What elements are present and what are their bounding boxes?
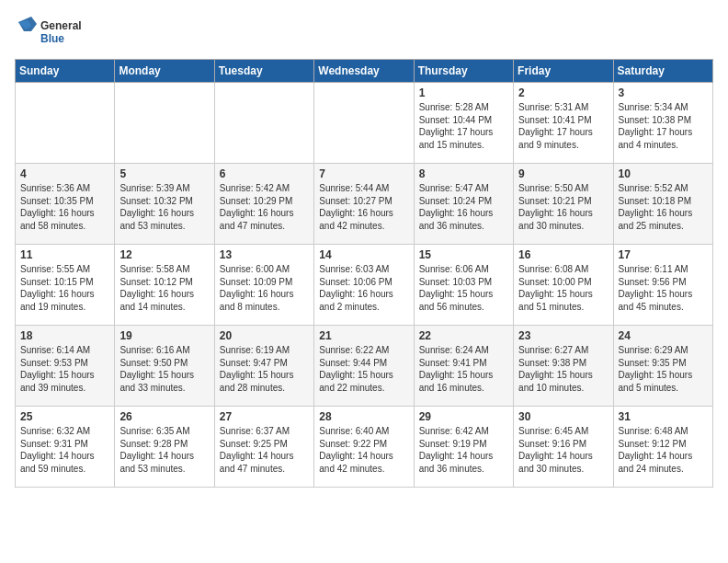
calendar-cell: 22Sunrise: 6:24 AMSunset: 9:41 PMDayligh… (414, 326, 513, 407)
calendar-cell: 23Sunrise: 6:27 AMSunset: 9:38 PMDayligh… (514, 326, 613, 407)
day-number: 8 (419, 167, 508, 180)
day-info: Sunrise: 6:48 AMSunset: 9:12 PMDaylight:… (619, 425, 708, 475)
day-info: Sunrise: 5:28 AMSunset: 10:44 PMDaylight… (419, 101, 508, 151)
day-info: Sunrise: 6:03 AMSunset: 10:06 PMDaylight… (319, 263, 408, 313)
weekday-header: Friday (514, 60, 613, 83)
day-number: 11 (20, 248, 109, 261)
weekday-header: Wednesday (314, 60, 414, 83)
calendar-cell: 3Sunrise: 5:34 AMSunset: 10:38 PMDayligh… (613, 83, 712, 164)
logo-svg: General Blue (15, 15, 97, 48)
calendar-cell: 18Sunrise: 6:14 AMSunset: 9:53 PMDayligh… (16, 326, 115, 407)
day-info: Sunrise: 5:31 AMSunset: 10:41 PMDaylight… (518, 101, 608, 151)
calendar-cell: 25Sunrise: 6:32 AMSunset: 9:31 PMDayligh… (16, 407, 115, 488)
page-header: General Blue (15, 15, 713, 48)
day-info: Sunrise: 5:34 AMSunset: 10:38 PMDaylight… (619, 101, 708, 151)
day-info: Sunrise: 5:58 AMSunset: 10:12 PMDaylight… (119, 263, 209, 313)
calendar-cell: 2Sunrise: 5:31 AMSunset: 10:41 PMDayligh… (514, 83, 613, 164)
day-info: Sunrise: 6:08 AMSunset: 10:00 PMDaylight… (518, 263, 608, 313)
calendar-week-row: 1Sunrise: 5:28 AMSunset: 10:44 PMDayligh… (16, 83, 713, 164)
calendar-week-row: 4Sunrise: 5:36 AMSunset: 10:35 PMDayligh… (16, 164, 713, 245)
calendar-week-row: 11Sunrise: 5:55 AMSunset: 10:15 PMDaylig… (16, 245, 713, 326)
day-number: 30 (518, 410, 608, 423)
calendar-cell: 8Sunrise: 5:47 AMSunset: 10:24 PMDayligh… (414, 164, 513, 245)
day-info: Sunrise: 6:32 AMSunset: 9:31 PMDaylight:… (20, 425, 109, 475)
calendar-cell: 17Sunrise: 6:11 AMSunset: 9:56 PMDayligh… (613, 245, 712, 326)
calendar-cell: 27Sunrise: 6:37 AMSunset: 9:25 PMDayligh… (214, 407, 313, 488)
day-number: 3 (619, 86, 708, 99)
calendar-cell: 13Sunrise: 6:00 AMSunset: 10:09 PMDaylig… (214, 245, 313, 326)
day-info: Sunrise: 6:42 AMSunset: 9:19 PMDaylight:… (419, 425, 508, 475)
day-number: 25 (20, 410, 109, 423)
day-number: 4 (20, 167, 109, 180)
calendar-table: SundayMondayTuesdayWednesdayThursdayFrid… (15, 59, 713, 488)
day-number: 2 (518, 86, 608, 99)
calendar-cell: 14Sunrise: 6:03 AMSunset: 10:06 PMDaylig… (314, 245, 414, 326)
day-number: 29 (419, 410, 508, 423)
day-number: 23 (518, 329, 608, 342)
day-info: Sunrise: 6:00 AMSunset: 10:09 PMDaylight… (220, 263, 309, 313)
calendar-week-row: 18Sunrise: 6:14 AMSunset: 9:53 PMDayligh… (16, 326, 713, 407)
calendar-cell: 4Sunrise: 5:36 AMSunset: 10:35 PMDayligh… (16, 164, 115, 245)
calendar-cell: 11Sunrise: 5:55 AMSunset: 10:15 PMDaylig… (16, 245, 115, 326)
calendar-cell (314, 83, 414, 164)
day-info: Sunrise: 6:06 AMSunset: 10:03 PMDaylight… (419, 263, 508, 313)
day-info: Sunrise: 6:16 AMSunset: 9:50 PMDaylight:… (119, 344, 209, 394)
day-number: 16 (518, 248, 608, 261)
calendar-cell: 30Sunrise: 6:45 AMSunset: 9:16 PMDayligh… (514, 407, 613, 488)
day-info: Sunrise: 6:14 AMSunset: 9:53 PMDaylight:… (20, 344, 109, 394)
day-info: Sunrise: 6:19 AMSunset: 9:47 PMDaylight:… (220, 344, 309, 394)
day-info: Sunrise: 5:44 AMSunset: 10:27 PMDaylight… (319, 182, 408, 232)
day-info: Sunrise: 5:55 AMSunset: 10:15 PMDaylight… (20, 263, 109, 313)
day-info: Sunrise: 6:35 AMSunset: 9:28 PMDaylight:… (119, 425, 209, 475)
day-number: 28 (319, 410, 408, 423)
weekday-header: Sunday (16, 60, 115, 83)
calendar-cell (115, 83, 214, 164)
calendar-cell: 29Sunrise: 6:42 AMSunset: 9:19 PMDayligh… (414, 407, 513, 488)
day-number: 22 (419, 329, 508, 342)
calendar-cell: 31Sunrise: 6:48 AMSunset: 9:12 PMDayligh… (613, 407, 712, 488)
day-number: 5 (119, 167, 209, 180)
day-number: 31 (619, 410, 708, 423)
day-number: 27 (220, 410, 309, 423)
day-number: 24 (619, 329, 708, 342)
weekday-header-row: SundayMondayTuesdayWednesdayThursdayFrid… (16, 60, 713, 83)
day-number: 14 (319, 248, 408, 261)
day-number: 12 (119, 248, 209, 261)
svg-text:Blue: Blue (40, 32, 64, 45)
day-number: 6 (220, 167, 309, 180)
calendar-cell (214, 83, 313, 164)
weekday-header: Thursday (414, 60, 513, 83)
calendar-cell: 21Sunrise: 6:22 AMSunset: 9:44 PMDayligh… (314, 326, 414, 407)
calendar-cell: 12Sunrise: 5:58 AMSunset: 10:12 PMDaylig… (115, 245, 214, 326)
calendar-cell: 1Sunrise: 5:28 AMSunset: 10:44 PMDayligh… (414, 83, 513, 164)
day-info: Sunrise: 6:37 AMSunset: 9:25 PMDaylight:… (220, 425, 309, 475)
day-info: Sunrise: 6:29 AMSunset: 9:35 PMDaylight:… (619, 344, 708, 394)
day-number: 9 (518, 167, 608, 180)
day-info: Sunrise: 5:50 AMSunset: 10:21 PMDaylight… (518, 182, 608, 232)
calendar-cell: 7Sunrise: 5:44 AMSunset: 10:27 PMDayligh… (314, 164, 414, 245)
weekday-header: Tuesday (214, 60, 313, 83)
calendar-cell: 9Sunrise: 5:50 AMSunset: 10:21 PMDayligh… (514, 164, 613, 245)
day-info: Sunrise: 6:24 AMSunset: 9:41 PMDaylight:… (419, 344, 508, 394)
day-info: Sunrise: 6:27 AMSunset: 9:38 PMDaylight:… (518, 344, 608, 394)
day-number: 10 (619, 167, 708, 180)
calendar-cell (16, 83, 115, 164)
day-info: Sunrise: 6:11 AMSunset: 9:56 PMDaylight:… (619, 263, 708, 313)
day-info: Sunrise: 5:42 AMSunset: 10:29 PMDaylight… (220, 182, 309, 232)
day-number: 20 (220, 329, 309, 342)
svg-text:General: General (40, 19, 82, 32)
calendar-cell: 19Sunrise: 6:16 AMSunset: 9:50 PMDayligh… (115, 326, 214, 407)
day-info: Sunrise: 5:47 AMSunset: 10:24 PMDaylight… (419, 182, 508, 232)
calendar-cell: 15Sunrise: 6:06 AMSunset: 10:03 PMDaylig… (414, 245, 513, 326)
calendar-cell: 10Sunrise: 5:52 AMSunset: 10:18 PMDaylig… (613, 164, 712, 245)
calendar-cell: 24Sunrise: 6:29 AMSunset: 9:35 PMDayligh… (613, 326, 712, 407)
calendar-cell: 16Sunrise: 6:08 AMSunset: 10:00 PMDaylig… (514, 245, 613, 326)
calendar-cell: 20Sunrise: 6:19 AMSunset: 9:47 PMDayligh… (214, 326, 313, 407)
calendar-cell: 26Sunrise: 6:35 AMSunset: 9:28 PMDayligh… (115, 407, 214, 488)
day-number: 1 (419, 86, 508, 99)
day-info: Sunrise: 5:52 AMSunset: 10:18 PMDaylight… (619, 182, 708, 232)
day-info: Sunrise: 6:22 AMSunset: 9:44 PMDaylight:… (319, 344, 408, 394)
weekday-header: Saturday (613, 60, 712, 83)
calendar-cell: 28Sunrise: 6:40 AMSunset: 9:22 PMDayligh… (314, 407, 414, 488)
day-info: Sunrise: 5:36 AMSunset: 10:35 PMDaylight… (20, 182, 109, 232)
